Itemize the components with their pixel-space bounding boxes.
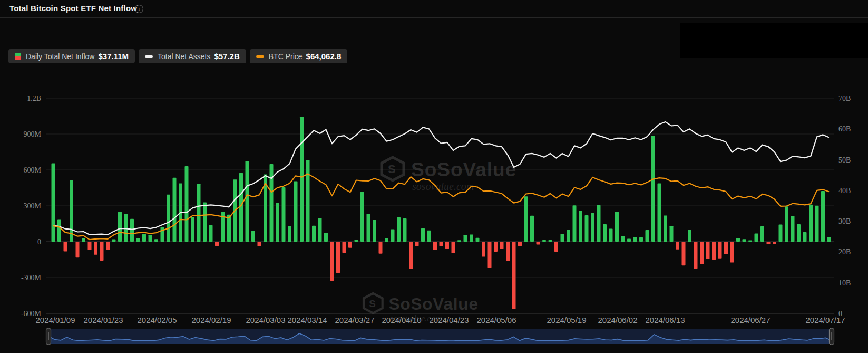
inflow-bar[interactable] [494,242,498,252]
inflow-bar[interactable] [803,232,807,242]
inflow-bar[interactable] [355,240,358,242]
inflow-bar[interactable] [767,242,771,244]
inflow-bar[interactable] [585,215,589,242]
inflow-bar[interactable] [694,242,698,269]
inflow-bar[interactable] [136,238,140,242]
inflow-bar[interactable] [391,229,395,242]
inflow-bar[interactable] [258,242,261,246]
inflow-bar[interactable] [658,183,661,242]
inflow-bar[interactable] [270,164,274,242]
inflow-bar[interactable] [324,233,328,242]
inflow-bar[interactable] [445,242,449,249]
inflow-bar[interactable] [815,206,819,242]
inflow-bar[interactable] [427,231,431,242]
inflow-bar[interactable] [736,238,740,242]
inflow-bar[interactable] [773,242,776,244]
inflow-bar[interactable] [336,242,340,273]
inflow-bar[interactable] [797,224,801,242]
inflow-bar[interactable] [621,236,625,242]
inflow-bar[interactable] [827,237,831,242]
inflow-bar[interactable] [615,212,619,242]
inflow-bar[interactable] [597,205,601,242]
inflow-bar[interactable] [227,215,231,242]
inflow-bar[interactable] [312,226,316,242]
inflow-bar[interactable] [239,173,243,242]
inflow-bar[interactable] [57,220,61,242]
inflow-bar[interactable] [512,242,516,309]
inflow-bar[interactable] [185,166,189,242]
inflow-bar[interactable] [785,206,788,242]
inflow-bar[interactable] [100,242,104,261]
inflow-bar[interactable] [633,237,637,242]
inflow-bar[interactable] [476,238,480,242]
inflow-bar[interactable] [651,136,655,242]
inflow-bar[interactable] [397,217,401,242]
inflow-bar[interactable] [118,212,122,242]
inflow-bar[interactable] [457,240,461,242]
inflow-bar[interactable] [821,191,825,242]
inflow-bar[interactable] [149,235,152,242]
inflow-bar[interactable] [488,242,492,268]
inflow-bar[interactable] [760,226,764,242]
inflow-bar[interactable] [52,164,55,242]
inflow-bar[interactable] [421,228,425,242]
inflow-bar[interactable] [360,192,364,242]
inflow-bar[interactable] [664,216,667,242]
daily-net-inflow-bars[interactable] [52,117,831,309]
inflow-bar[interactable] [603,224,607,242]
inflow-bar[interactable] [203,202,207,242]
inflow-bar[interactable] [718,242,722,259]
inflow-bar[interactable] [542,240,546,242]
inflow-bar[interactable] [142,234,146,242]
inflow-bar[interactable] [646,230,649,242]
inflow-bar[interactable] [627,239,631,242]
inflow-bar[interactable] [415,242,419,246]
inflow-bar[interactable] [282,187,286,242]
inflow-bar[interactable] [409,242,413,269]
inflow-bar[interactable] [561,234,564,242]
inflow-bar[interactable] [524,196,528,242]
inflow-bar[interactable] [343,242,346,253]
inflow-bar[interactable] [288,226,291,242]
inflow-bar[interactable] [82,238,85,242]
inflow-bar[interactable] [251,231,255,242]
inflow-bar[interactable] [700,242,704,264]
inflow-bar[interactable] [676,242,679,250]
inflow-bar[interactable] [706,242,710,259]
inflow-bar[interactable] [670,226,674,242]
inflow-bar[interactable] [64,242,67,252]
inflow-bar[interactable] [609,229,613,242]
inflow-bar[interactable] [791,216,795,242]
inflow-bar[interactable] [579,211,582,242]
inflow-bar[interactable] [712,242,716,260]
inflow-bar[interactable] [403,218,407,242]
inflow-bar[interactable] [209,225,213,242]
inflow-bar[interactable] [154,239,158,242]
inflow-bar[interactable] [452,242,455,253]
inflow-bar[interactable] [748,241,752,242]
inflow-bar[interactable] [682,242,686,265]
inflow-bar[interactable] [112,239,116,242]
inflow-bar[interactable] [567,230,570,242]
inflow-bar[interactable] [106,242,110,250]
inflow-bar[interactable] [440,242,443,246]
inflow-bar[interactable] [348,242,352,248]
zoom-navigator[interactable] [46,328,834,345]
inflow-bar[interactable] [76,242,80,257]
inflow-bar[interactable] [554,242,558,252]
inflow-bar[interactable] [779,225,783,242]
inflow-bar[interactable] [276,203,279,242]
inflow-bar[interactable] [688,230,691,242]
inflow-bar[interactable] [518,242,522,246]
inflow-bar[interactable] [591,213,594,242]
inflow-bar[interactable] [167,195,170,242]
inflow-bar[interactable] [124,214,128,242]
inflow-bar[interactable] [482,242,485,257]
inflow-bar[interactable] [500,242,504,249]
inflow-bar[interactable] [379,242,383,254]
inflow-bar[interactable] [306,160,310,242]
inflow-bar[interactable] [755,234,758,242]
inflow-bar[interactable] [330,242,334,281]
inflow-bar[interactable] [743,239,746,242]
inflow-bar[interactable] [215,242,219,246]
